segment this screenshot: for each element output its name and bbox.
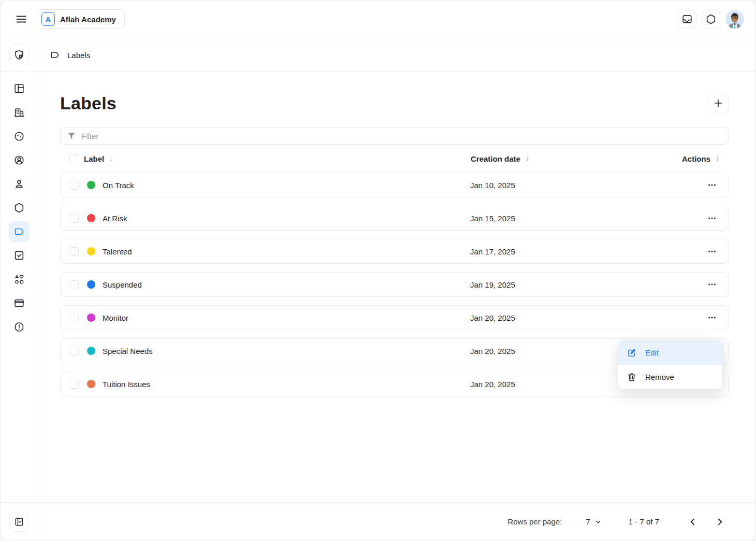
row-checkbox[interactable] xyxy=(70,214,79,223)
brand-selector[interactable]: A Aflah Academy xyxy=(38,9,125,29)
brand-logo-icon: A xyxy=(41,12,55,26)
row-actions-button[interactable] xyxy=(703,209,721,227)
sidebar-item-dashboard[interactable] xyxy=(9,78,30,99)
row-checkbox[interactable] xyxy=(70,380,79,389)
previous-page-button[interactable] xyxy=(685,514,701,530)
sidebar-header xyxy=(1,38,38,72)
sort-icon[interactable] xyxy=(524,155,531,163)
topbar: A Aflah Academy xyxy=(1,1,755,38)
context-menu-edit[interactable]: Edit xyxy=(618,340,722,365)
app-window: A Aflah Academy xyxy=(0,0,756,541)
account-circle-icon xyxy=(13,154,25,166)
sidebar xyxy=(1,72,38,502)
table-row: SuspendedJan 19, 2025 xyxy=(60,272,729,297)
sort-icon[interactable] xyxy=(714,155,721,163)
dashboard-icon xyxy=(13,83,25,94)
add-label-button[interactable] xyxy=(708,93,729,113)
label-name: Monitor xyxy=(103,314,128,322)
row-checkbox[interactable] xyxy=(70,280,79,289)
shapes-icon xyxy=(13,274,25,285)
label-name: Talented xyxy=(103,247,132,256)
sidebar-item-alert-octagon[interactable] xyxy=(9,317,30,337)
label-tag-icon xyxy=(13,226,25,237)
row-actions-button[interactable] xyxy=(703,176,721,194)
brand-name: Aflah Academy xyxy=(60,15,116,24)
label-name: Special Needs xyxy=(103,347,153,355)
rows-per-page-label: Rows per page: xyxy=(507,517,562,526)
shield-user-icon xyxy=(13,49,25,61)
rows-per-page-select[interactable]: 7 xyxy=(586,517,601,526)
chevron-left-icon xyxy=(688,517,698,527)
sidebar-item-face[interactable] xyxy=(9,126,30,147)
chevron-right-icon xyxy=(715,517,725,527)
row-actions-button[interactable] xyxy=(703,243,721,260)
row-checkbox[interactable] xyxy=(70,247,79,256)
row-checkbox[interactable] xyxy=(70,181,79,190)
person-icon xyxy=(13,178,25,190)
collapse-sidebar-button[interactable] xyxy=(9,512,29,532)
plus-icon xyxy=(713,97,724,109)
sort-icon[interactable] xyxy=(107,155,115,163)
page-title: Labels xyxy=(60,93,117,113)
column-header-creation-date: Creation date xyxy=(471,154,520,163)
card-icon xyxy=(13,297,25,309)
alert-octagon-icon xyxy=(13,321,25,333)
ellipsis-icon xyxy=(706,312,718,323)
hexagon-icon xyxy=(705,13,717,25)
table-row: At RiskJan 15, 2025 xyxy=(60,206,729,231)
label-name: Suspended xyxy=(103,280,142,289)
select-all-checkbox[interactable] xyxy=(69,154,78,163)
label-color-dot xyxy=(87,247,95,255)
row-checkbox[interactable] xyxy=(70,347,79,355)
avatar[interactable] xyxy=(725,10,744,29)
menu-item-label: Remove xyxy=(645,373,674,381)
ellipsis-icon xyxy=(706,279,718,290)
filter-funnel-icon xyxy=(67,131,76,140)
row-actions-button[interactable] xyxy=(703,276,721,293)
sidebar-item-organization[interactable] xyxy=(9,102,30,123)
next-page-button[interactable] xyxy=(712,514,728,530)
label-name: On Track xyxy=(103,181,134,190)
inbox-button[interactable] xyxy=(678,10,696,29)
pagination-bar: Rows per page: 7 1 - 7 of 7 xyxy=(38,502,755,540)
label-name: Tuition Issues xyxy=(103,380,150,389)
hamburger-menu-button[interactable] xyxy=(12,10,31,29)
sidebar-item-hexagon[interactable] xyxy=(9,197,30,218)
column-header-actions: Actions xyxy=(682,154,710,163)
ellipsis-icon xyxy=(706,246,718,257)
table-row: On TrackJan 10, 2025 xyxy=(60,173,729,197)
table-header: Label Creation date Actions xyxy=(60,145,729,173)
page-range: 1 - 7 of 7 xyxy=(629,517,659,526)
notifications-button[interactable] xyxy=(702,10,720,29)
table-row: TalentedJan 17, 2025 xyxy=(60,239,729,264)
creation-date: Jan 15, 2025 xyxy=(470,214,515,223)
trash-icon xyxy=(627,372,637,382)
ellipsis-icon xyxy=(706,212,718,224)
label-color-dot xyxy=(87,214,95,222)
context-menu-remove[interactable]: Remove xyxy=(618,365,722,389)
organization-icon xyxy=(13,107,25,118)
chevron-down-icon xyxy=(594,518,602,525)
sidebar-item-person[interactable] xyxy=(9,174,30,194)
filter-input[interactable] xyxy=(81,132,722,140)
sidebar-item-label-tag[interactable] xyxy=(9,221,30,242)
row-actions-button[interactable] xyxy=(703,309,721,326)
inbox-icon xyxy=(681,13,693,25)
label-color-dot xyxy=(87,380,95,388)
admin-shield-button[interactable] xyxy=(9,45,29,65)
creation-date: Jan 20, 2025 xyxy=(470,314,515,322)
sidebar-footer xyxy=(1,502,38,540)
sidebar-item-card[interactable] xyxy=(9,293,30,314)
avatar-image xyxy=(725,10,744,29)
hexagon-icon xyxy=(13,202,25,213)
hamburger-icon xyxy=(15,13,27,25)
checkbox-icon xyxy=(13,250,25,261)
column-header-label: Label xyxy=(84,154,104,163)
creation-date: Jan 20, 2025 xyxy=(470,347,515,355)
sidebar-item-checkbox[interactable] xyxy=(9,245,30,266)
sidebar-item-shapes[interactable] xyxy=(9,269,30,290)
row-checkbox[interactable] xyxy=(70,314,79,322)
face-icon xyxy=(13,131,25,142)
panel-expand-icon xyxy=(14,517,24,527)
sidebar-item-account-circle[interactable] xyxy=(9,150,30,170)
